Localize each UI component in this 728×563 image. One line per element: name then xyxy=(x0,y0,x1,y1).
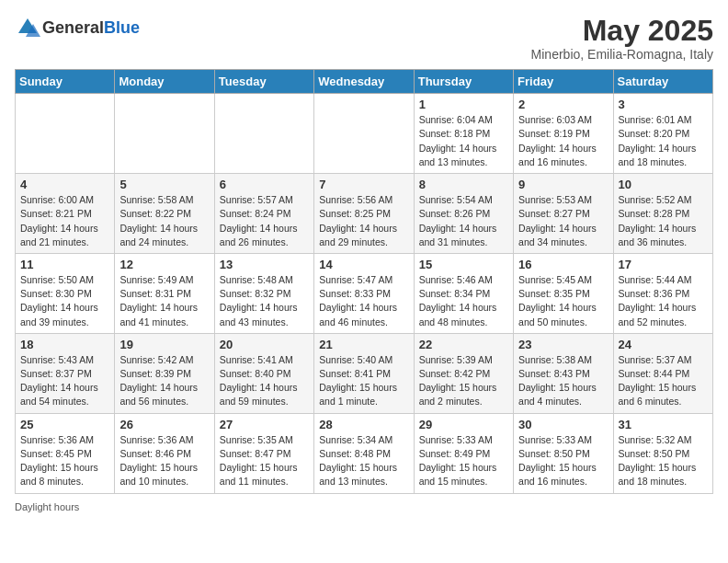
title-block: May 2025 Minerbio, Emilia-Romagna, Italy xyxy=(531,15,713,62)
day-info: Sunrise: 5:45 AM Sunset: 8:35 PM Dayligh… xyxy=(518,273,608,329)
day-info: Sunrise: 5:52 AM Sunset: 8:28 PM Dayligh… xyxy=(619,193,708,249)
day-number: 3 xyxy=(619,98,708,111)
day-info: Sunrise: 6:01 AM Sunset: 8:20 PM Dayligh… xyxy=(619,113,708,169)
day-info: Sunrise: 5:48 AM Sunset: 8:32 PM Dayligh… xyxy=(220,273,309,329)
day-info: Sunrise: 5:56 AM Sunset: 8:25 PM Dayligh… xyxy=(319,193,408,249)
calendar-cell: 27Sunrise: 5:35 AM Sunset: 8:47 PM Dayli… xyxy=(214,413,313,493)
day-number: 10 xyxy=(619,178,708,191)
day-info: Sunrise: 5:47 AM Sunset: 8:33 PM Dayligh… xyxy=(319,273,408,329)
calendar-cell: 5Sunrise: 5:58 AM Sunset: 8:22 PM Daylig… xyxy=(115,174,214,254)
calendar-cell: 19Sunrise: 5:42 AM Sunset: 8:39 PM Dayli… xyxy=(115,333,214,413)
day-number: 26 xyxy=(119,418,209,431)
calendar-table: SundayMondayTuesdayWednesdayThursdayFrid… xyxy=(15,69,713,493)
calendar-cell: 28Sunrise: 5:34 AM Sunset: 8:48 PM Dayli… xyxy=(314,413,414,493)
calendar-cell: 8Sunrise: 5:54 AM Sunset: 8:26 PM Daylig… xyxy=(414,174,513,254)
calendar-cell: 14Sunrise: 5:47 AM Sunset: 8:33 PM Dayli… xyxy=(314,253,414,333)
calendar-cell: 23Sunrise: 5:38 AM Sunset: 8:43 PM Dayli… xyxy=(514,333,613,413)
day-number: 8 xyxy=(419,178,508,191)
calendar-cell: 31Sunrise: 5:32 AM Sunset: 8:50 PM Dayli… xyxy=(613,413,712,493)
day-number: 12 xyxy=(119,258,209,271)
day-number: 6 xyxy=(220,178,309,191)
calendar-cell: 30Sunrise: 5:33 AM Sunset: 8:50 PM Dayli… xyxy=(514,413,613,493)
day-info: Sunrise: 5:36 AM Sunset: 8:45 PM Dayligh… xyxy=(20,433,109,489)
day-number: 15 xyxy=(419,258,508,271)
day-number: 13 xyxy=(220,258,309,271)
calendar-cell: 9Sunrise: 5:53 AM Sunset: 8:27 PM Daylig… xyxy=(514,174,613,254)
day-number: 30 xyxy=(518,418,608,431)
day-info: Sunrise: 5:33 AM Sunset: 8:49 PM Dayligh… xyxy=(419,433,508,489)
calendar-week-row: 11Sunrise: 5:50 AM Sunset: 8:30 PM Dayli… xyxy=(16,253,713,333)
day-number: 21 xyxy=(319,338,408,351)
day-info: Sunrise: 5:44 AM Sunset: 8:36 PM Dayligh… xyxy=(619,273,708,329)
calendar-cell: 6Sunrise: 5:57 AM Sunset: 8:24 PM Daylig… xyxy=(214,174,313,254)
calendar-header-friday: Friday xyxy=(514,70,613,94)
day-info: Sunrise: 5:49 AM Sunset: 8:31 PM Dayligh… xyxy=(119,273,209,329)
day-number: 9 xyxy=(518,178,608,191)
day-number: 5 xyxy=(119,178,209,191)
day-number: 25 xyxy=(20,418,109,431)
calendar-cell: 4Sunrise: 6:00 AM Sunset: 8:21 PM Daylig… xyxy=(16,174,115,254)
calendar-cell: 7Sunrise: 5:56 AM Sunset: 8:25 PM Daylig… xyxy=(314,174,414,254)
calendar-cell: 11Sunrise: 5:50 AM Sunset: 8:30 PM Dayli… xyxy=(16,253,115,333)
day-info: Sunrise: 5:46 AM Sunset: 8:34 PM Dayligh… xyxy=(419,273,508,329)
logo-text-general: General xyxy=(42,18,104,37)
footer: Daylight hours xyxy=(15,501,713,512)
day-info: Sunrise: 5:42 AM Sunset: 8:39 PM Dayligh… xyxy=(119,353,209,409)
calendar-week-row: 4Sunrise: 6:00 AM Sunset: 8:21 PM Daylig… xyxy=(16,174,713,254)
logo: GeneralBlue xyxy=(15,15,140,40)
day-info: Sunrise: 5:50 AM Sunset: 8:30 PM Dayligh… xyxy=(20,273,109,329)
calendar-cell: 26Sunrise: 5:36 AM Sunset: 8:46 PM Dayli… xyxy=(115,413,214,493)
calendar-header-monday: Monday xyxy=(115,70,214,94)
logo-icon xyxy=(15,15,40,40)
location-title: Minerbio, Emilia-Romagna, Italy xyxy=(531,47,713,62)
header: GeneralBlue May 2025 Minerbio, Emilia-Ro… xyxy=(15,15,713,62)
day-number: 24 xyxy=(619,338,708,351)
calendar-header-row: SundayMondayTuesdayWednesdayThursdayFrid… xyxy=(16,70,713,94)
day-info: Sunrise: 5:34 AM Sunset: 8:48 PM Dayligh… xyxy=(319,433,408,489)
day-number: 11 xyxy=(20,258,109,271)
day-number: 2 xyxy=(518,98,608,111)
calendar-week-row: 25Sunrise: 5:36 AM Sunset: 8:45 PM Dayli… xyxy=(16,413,713,493)
month-title: May 2025 xyxy=(531,15,713,47)
calendar-cell: 18Sunrise: 5:43 AM Sunset: 8:37 PM Dayli… xyxy=(16,333,115,413)
day-info: Sunrise: 5:53 AM Sunset: 8:27 PM Dayligh… xyxy=(518,193,608,249)
day-number: 7 xyxy=(319,178,408,191)
calendar-cell: 16Sunrise: 5:45 AM Sunset: 8:35 PM Dayli… xyxy=(514,253,613,333)
calendar-cell: 29Sunrise: 5:33 AM Sunset: 8:49 PM Dayli… xyxy=(414,413,513,493)
calendar-header-tuesday: Tuesday xyxy=(214,70,313,94)
calendar-week-row: 18Sunrise: 5:43 AM Sunset: 8:37 PM Dayli… xyxy=(16,333,713,413)
day-number: 29 xyxy=(419,418,508,431)
day-info: Sunrise: 6:00 AM Sunset: 8:21 PM Dayligh… xyxy=(20,193,109,249)
day-info: Sunrise: 5:36 AM Sunset: 8:46 PM Dayligh… xyxy=(119,433,209,489)
day-number: 16 xyxy=(518,258,608,271)
calendar-header-thursday: Thursday xyxy=(414,70,513,94)
logo-text-blue: Blue xyxy=(104,18,140,37)
day-number: 28 xyxy=(319,418,408,431)
calendar-cell xyxy=(16,94,115,174)
day-number: 14 xyxy=(319,258,408,271)
calendar-cell: 13Sunrise: 5:48 AM Sunset: 8:32 PM Dayli… xyxy=(214,253,313,333)
day-info: Sunrise: 5:39 AM Sunset: 8:42 PM Dayligh… xyxy=(419,353,508,409)
calendar-cell: 20Sunrise: 5:41 AM Sunset: 8:40 PM Dayli… xyxy=(214,333,313,413)
day-info: Sunrise: 6:03 AM Sunset: 8:19 PM Dayligh… xyxy=(518,113,608,169)
day-info: Sunrise: 5:41 AM Sunset: 8:40 PM Dayligh… xyxy=(220,353,309,409)
day-number: 22 xyxy=(419,338,508,351)
day-info: Sunrise: 5:35 AM Sunset: 8:47 PM Dayligh… xyxy=(220,433,309,489)
day-info: Sunrise: 5:43 AM Sunset: 8:37 PM Dayligh… xyxy=(20,353,109,409)
calendar-cell xyxy=(214,94,313,174)
calendar-cell xyxy=(314,94,414,174)
calendar-cell: 24Sunrise: 5:37 AM Sunset: 8:44 PM Dayli… xyxy=(613,333,712,413)
calendar-cell: 1Sunrise: 6:04 AM Sunset: 8:18 PM Daylig… xyxy=(414,94,513,174)
calendar-header-saturday: Saturday xyxy=(613,70,712,94)
calendar-cell: 2Sunrise: 6:03 AM Sunset: 8:19 PM Daylig… xyxy=(514,94,613,174)
day-info: Sunrise: 6:04 AM Sunset: 8:18 PM Dayligh… xyxy=(419,113,508,169)
day-number: 20 xyxy=(220,338,309,351)
day-number: 17 xyxy=(619,258,708,271)
day-info: Sunrise: 5:58 AM Sunset: 8:22 PM Dayligh… xyxy=(119,193,209,249)
page-container: GeneralBlue May 2025 Minerbio, Emilia-Ro… xyxy=(15,15,713,512)
day-number: 23 xyxy=(518,338,608,351)
day-number: 31 xyxy=(619,418,708,431)
day-info: Sunrise: 5:38 AM Sunset: 8:43 PM Dayligh… xyxy=(518,353,608,409)
calendar-cell: 10Sunrise: 5:52 AM Sunset: 8:28 PM Dayli… xyxy=(613,174,712,254)
calendar-cell: 25Sunrise: 5:36 AM Sunset: 8:45 PM Dayli… xyxy=(16,413,115,493)
